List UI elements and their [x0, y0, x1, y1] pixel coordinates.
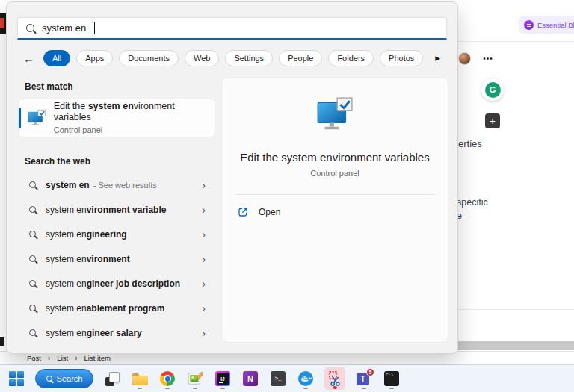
search-results-column: Best match Edit the system environment v…	[19, 77, 215, 345]
windows-search-flyout: system en ← All Apps Documents Web Setti…	[6, 1, 458, 354]
command-prompt-button[interactable]: C:\	[383, 367, 401, 390]
essential-blocks-icon	[524, 20, 534, 30]
search-icon	[29, 206, 36, 213]
windows-logo-icon	[9, 371, 24, 386]
search-icon	[29, 329, 36, 336]
preview-title: Edit the system environment variables	[222, 151, 448, 164]
command-prompt-icon: C:\	[384, 371, 399, 386]
add-block-button[interactable]: +	[485, 113, 500, 128]
result-preview-panel: Edit the system environment variables Co…	[221, 77, 448, 343]
intellij-idea-button[interactable]: IJ	[214, 367, 232, 390]
breadcrumb-separator-icon: ›	[48, 354, 50, 362]
web-suggestion-row[interactable]: system enablement program ›	[19, 296, 215, 320]
teams-notification-badge: 5	[366, 368, 374, 376]
folder-icon	[132, 373, 148, 385]
window-edge-artifact-red	[0, 18, 4, 28]
essential-blocks-badge[interactable]: Essential Block	[519, 16, 574, 34]
selection-indicator	[19, 108, 21, 128]
truncated-body-text: specific e	[457, 196, 488, 223]
task-view-icon	[105, 372, 120, 386]
filter-tab-photos[interactable]: Photos	[380, 50, 423, 66]
chevron-right-icon: ›	[202, 204, 206, 216]
terminal-icon: >_	[271, 371, 286, 386]
best-match-result[interactable]: Edit the system environment variables Co…	[19, 99, 215, 137]
web-suggestion-row[interactable]: system engineer salary ›	[19, 320, 215, 345]
intellij-idea-icon: IJ	[215, 371, 230, 386]
chevron-right-icon: ›	[202, 228, 206, 240]
filter-overflow-icon[interactable]: ▶	[435, 55, 440, 62]
grammarly-icon: G	[485, 82, 501, 98]
filter-tab-settings[interactable]: Settings	[225, 50, 273, 66]
web-suggestion-row[interactable]: system environment ›	[19, 246, 215, 271]
search-icon	[29, 280, 36, 287]
grammarly-button[interactable]: G	[481, 78, 504, 101]
filter-tab-people[interactable]: People	[279, 50, 322, 66]
preview-subtitle: Control panel	[222, 169, 448, 178]
onenote-icon: N	[243, 371, 258, 386]
web-suggestion-row[interactable]: system environment variable ›	[19, 197, 215, 222]
search-icon	[29, 305, 36, 311]
more-options-icon[interactable]: •••	[483, 55, 493, 63]
chevron-right-icon: ›	[202, 253, 206, 265]
best-match-title: Edit the system environment variables	[54, 101, 207, 124]
plus-icon: +	[490, 116, 496, 127]
user-avatar[interactable]	[458, 52, 471, 65]
page-divider	[456, 41, 574, 42]
filter-tab-apps[interactable]: Apps	[76, 50, 113, 66]
monitor-check-icon	[222, 97, 448, 134]
task-view-button[interactable]	[103, 367, 121, 390]
web-suggestion-row[interactable]: system engineering ›	[19, 222, 215, 246]
open-external-icon	[237, 206, 249, 218]
window-edge-artifact	[0, 337, 4, 346]
open-button[interactable]: Open	[222, 195, 448, 229]
text-caret	[94, 22, 95, 34]
chrome-icon	[160, 371, 175, 386]
breadcrumb-post[interactable]: Post	[27, 354, 41, 362]
docker-button[interactable]	[297, 367, 315, 390]
search-icon	[29, 181, 36, 188]
essential-blocks-label: Essential Block	[537, 21, 574, 29]
start-button[interactable]	[7, 367, 25, 390]
taskbar-search-label: Search	[57, 374, 83, 383]
chevron-right-icon: ›	[202, 302, 206, 314]
back-arrow-icon[interactable]: ←	[23, 52, 34, 65]
search-web-heading: Search the web	[25, 156, 209, 167]
windows-terminal-button[interactable]: >_	[269, 367, 287, 390]
open-label: Open	[259, 207, 280, 217]
search-icon	[46, 376, 52, 382]
filter-tab-web[interactable]: Web	[185, 50, 219, 66]
search-icon	[29, 231, 36, 237]
truncated-properties-text: erties	[458, 138, 482, 149]
breadcrumb-list[interactable]: List	[57, 354, 68, 362]
web-suggestion-row[interactable]: system en- See web results ›	[19, 172, 215, 197]
filter-tab-documents[interactable]: Documents	[119, 50, 179, 66]
chevron-right-icon: ›	[202, 327, 206, 339]
chrome-button[interactable]	[158, 367, 176, 390]
docker-icon	[298, 371, 313, 386]
search-input[interactable]: system en	[17, 17, 447, 40]
image-editor-button[interactable]	[186, 367, 204, 390]
onenote-button[interactable]: N	[241, 367, 259, 390]
chevron-right-icon: ›	[202, 179, 206, 191]
teams-button[interactable]: T 5	[355, 367, 373, 390]
search-query-text: system en	[42, 22, 86, 34]
teams-icon: T 5	[357, 371, 371, 386]
page-scrollbar[interactable]	[454, 341, 574, 350]
breadcrumb-list-item[interactable]: List item	[84, 354, 111, 362]
web-suggestion-row[interactable]: system engineer job description ›	[19, 271, 215, 296]
breadcrumb-separator-icon: ›	[75, 354, 77, 362]
monitor-check-icon	[28, 109, 46, 127]
best-match-subtitle: Control panel	[54, 125, 207, 136]
taskbar-search-button[interactable]: Search	[35, 369, 93, 388]
chevron-right-icon: ›	[202, 278, 206, 290]
taskbar: Search IJ N >_	[0, 365, 574, 392]
best-match-heading: Best match	[25, 81, 209, 92]
file-explorer-button[interactable]	[131, 367, 149, 390]
search-filter-row: ← All Apps Documents Web Settings People…	[23, 49, 445, 68]
filter-tab-all[interactable]: All	[43, 50, 70, 66]
filter-tab-folders[interactable]: Folders	[328, 50, 374, 66]
snipping-tool-button[interactable]	[324, 367, 345, 390]
search-icon	[26, 24, 34, 32]
image-editor-icon	[188, 371, 203, 386]
page-divider	[457, 309, 574, 310]
